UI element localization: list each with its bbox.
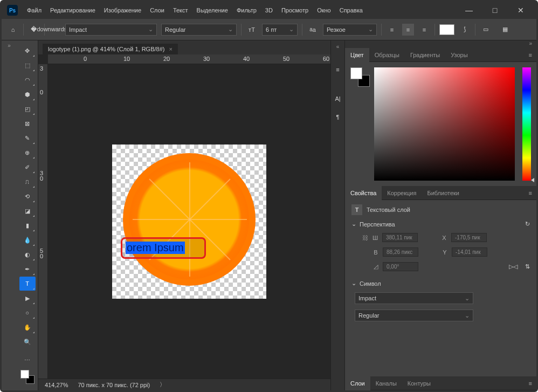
- color-field[interactable]: [374, 67, 515, 181]
- character-icon[interactable]: A|: [332, 93, 344, 105]
- angle-icon: ◿: [372, 263, 380, 270]
- panel-menu-icon[interactable]: ≡: [525, 52, 536, 58]
- align-right-icon[interactable]: ≡: [418, 24, 430, 36]
- character-panel-icon[interactable]: ▭: [480, 24, 492, 36]
- stamp-tool[interactable]: ⎍: [19, 175, 36, 189]
- menu-text[interactable]: Текст: [169, 5, 192, 16]
- tab-patterns[interactable]: Узоры: [445, 48, 473, 62]
- properties-panel: T Текстовый слой ⌄Перспектива↻ ⛓ Ш 380,1…: [345, 200, 536, 376]
- section-transform[interactable]: ⌄Перспектива↻: [351, 221, 530, 228]
- zoom-level[interactable]: 414,27%: [45, 382, 68, 388]
- foreground-background-colors[interactable]: [19, 369, 36, 385]
- edit-toolbar-icon[interactable]: ⋯: [19, 353, 36, 367]
- type-layer-icon: T: [351, 204, 362, 215]
- pen-tool[interactable]: ✒: [19, 262, 36, 276]
- menu-file[interactable]: Файл: [23, 5, 45, 16]
- tab-properties[interactable]: Свойства: [345, 186, 382, 200]
- hand-tool[interactable]: ✋: [19, 320, 36, 334]
- quick-select-tool[interactable]: ⬢: [19, 87, 36, 101]
- angle-field[interactable]: 0,00°: [383, 262, 418, 271]
- menu-image[interactable]: Изображение: [100, 5, 145, 16]
- text-color-swatch[interactable]: [439, 24, 454, 35]
- shape-tool[interactable]: ○: [19, 306, 36, 320]
- blur-tool[interactable]: 💧: [19, 233, 36, 247]
- main-menu: Файл Редактирование Изображение Слои Тек…: [23, 5, 367, 16]
- tab-color[interactable]: Цвет: [345, 48, 369, 62]
- eyedropper-tool[interactable]: ✎: [19, 131, 36, 145]
- tab-adjustments[interactable]: Коррекция: [382, 186, 422, 200]
- tab-layers[interactable]: Слои: [345, 376, 370, 390]
- healing-tool[interactable]: ⊕: [19, 146, 36, 160]
- 3d-icon[interactable]: ▦: [499, 24, 511, 36]
- tab-paths[interactable]: Контуры: [402, 376, 436, 390]
- expand-icon[interactable]: «: [336, 44, 340, 50]
- dodge-tool[interactable]: ◐: [19, 247, 36, 262]
- warp-text-icon[interactable]: ⟆: [459, 24, 471, 36]
- y-field[interactable]: -14,01 пик: [452, 247, 487, 257]
- prop-font-dropdown[interactable]: Impact⌄: [355, 292, 473, 304]
- frame-tool[interactable]: ⊠: [19, 116, 36, 130]
- orange-slice-artwork: [123, 153, 256, 286]
- layer-type-label: Текстовый слой: [367, 207, 410, 213]
- tab-gradients[interactable]: Градиенты: [405, 48, 445, 62]
- height-field[interactable]: 88,26 пикс: [383, 247, 418, 257]
- text-selection-highlight[interactable]: orem Ipsum: [121, 237, 206, 259]
- home-icon[interactable]: ⌂: [7, 24, 19, 36]
- font-family-dropdown[interactable]: Impact⌄: [65, 24, 157, 36]
- menu-layers[interactable]: Слои: [146, 5, 168, 16]
- marquee-tool[interactable]: ⬚: [19, 58, 36, 72]
- flip-v-icon[interactable]: ⇅: [525, 263, 530, 270]
- maximize-button[interactable]: □: [487, 6, 503, 15]
- gradient-tool[interactable]: ▮: [19, 218, 36, 232]
- text-orientation-icon[interactable]: �downwards">↓T: [49, 24, 61, 36]
- prop-weight-dropdown[interactable]: Regular⌄: [355, 310, 473, 321]
- brush-tool[interactable]: ✐: [19, 160, 36, 174]
- options-bar: ⌂ T �downwards">↓T Impact⌄ Regular⌄ тT 6…: [2, 19, 536, 40]
- align-left-icon[interactable]: ≡: [386, 24, 398, 36]
- status-more-icon[interactable]: 〉: [160, 381, 165, 389]
- document-tab[interactable]: logotype (1).png @ 414% (Слой 1, RGB/8#)…: [43, 44, 178, 54]
- menu-help[interactable]: Справка: [336, 5, 367, 16]
- close-tab-icon[interactable]: ×: [169, 46, 172, 52]
- paragraph-styles-icon[interactable]: ≡: [332, 64, 344, 75]
- panel-menu-icon[interactable]: ≡: [525, 190, 536, 196]
- panel-fgbg-colors[interactable]: [350, 67, 370, 87]
- tab-libraries[interactable]: Библиотеки: [422, 186, 465, 200]
- menu-3d[interactable]: 3D: [261, 5, 277, 16]
- align-center-icon[interactable]: ≡: [402, 24, 414, 36]
- close-button[interactable]: ✕: [513, 6, 529, 15]
- collapse-icon[interactable]: »: [8, 43, 11, 51]
- zoom-tool[interactable]: 🔍: [19, 335, 36, 349]
- x-field[interactable]: -170,5 пик: [451, 233, 487, 242]
- panel-collapse-icon[interactable]: »: [345, 40, 536, 48]
- crop-tool[interactable]: ◰: [19, 102, 36, 116]
- section-character[interactable]: ⌄Символ: [351, 280, 530, 287]
- minimize-button[interactable]: —: [461, 6, 477, 15]
- link-icon[interactable]: ⛓: [362, 235, 368, 241]
- menu-window[interactable]: Окно: [313, 5, 335, 16]
- editable-text[interactable]: orem Ipsum: [126, 242, 185, 254]
- path-select-tool[interactable]: ▶: [19, 291, 36, 305]
- panel-menu-icon[interactable]: ≡: [525, 380, 536, 387]
- type-tool[interactable]: T: [19, 277, 36, 291]
- hue-slider[interactable]: [522, 67, 531, 181]
- paragraph-icon[interactable]: ¶: [332, 111, 344, 123]
- lasso-tool[interactable]: ◠: [19, 73, 36, 87]
- canvas-area[interactable]: orem Ipsum: [48, 64, 330, 379]
- tab-channels[interactable]: Каналы: [370, 376, 402, 390]
- menu-filter[interactable]: Фильтр: [233, 5, 260, 16]
- antialias-dropdown[interactable]: Резкое⌄: [323, 24, 377, 36]
- tab-swatches[interactable]: Образцы: [369, 48, 405, 62]
- canvas[interactable]: orem Ipsum: [112, 145, 266, 299]
- font-weight-dropdown[interactable]: Regular⌄: [161, 24, 237, 36]
- flip-h-icon[interactable]: ▷◁: [509, 263, 518, 270]
- eraser-tool[interactable]: ◪: [19, 204, 36, 218]
- move-tool[interactable]: ✥: [19, 44, 36, 58]
- font-size-dropdown[interactable]: 6 пт⌄: [262, 24, 298, 36]
- width-field[interactable]: 380,11 пик: [382, 233, 418, 242]
- history-brush-tool[interactable]: ⟲: [19, 189, 36, 203]
- menu-select[interactable]: Выделение: [193, 5, 232, 16]
- menu-view[interactable]: Просмотр: [278, 5, 312, 16]
- menu-edit[interactable]: Редактирование: [46, 5, 99, 16]
- reset-icon[interactable]: ↻: [525, 221, 530, 228]
